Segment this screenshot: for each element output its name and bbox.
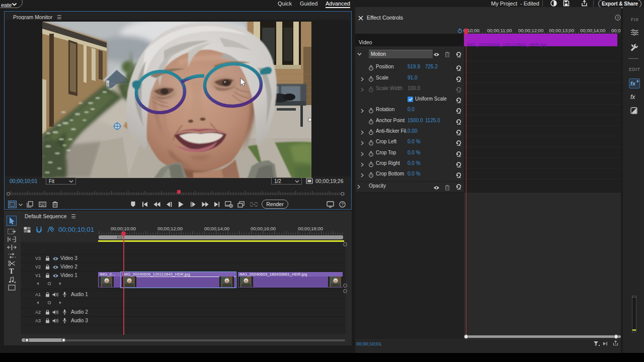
svg-text:?: ? xyxy=(617,16,619,20)
svg-text:?: ? xyxy=(341,202,344,207)
